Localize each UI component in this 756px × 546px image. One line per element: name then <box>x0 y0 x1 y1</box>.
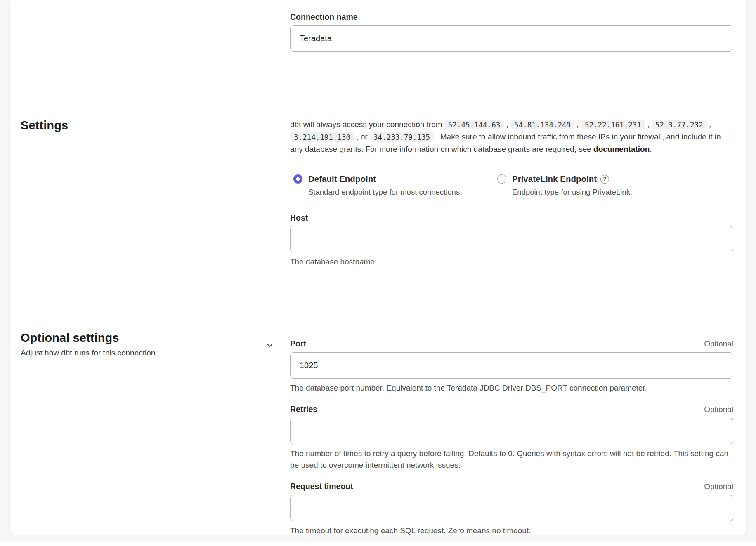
port-input[interactable] <box>290 352 733 379</box>
connection-name-label: Connection name <box>290 12 733 21</box>
ip-address-badge: 34.233.79.135 <box>370 132 434 142</box>
retries-label: Retries <box>290 405 317 414</box>
settings-heading: Settings <box>21 118 290 132</box>
chevron-down-icon <box>265 341 274 350</box>
optional-badge: Optional <box>704 339 733 348</box>
ip-address-badge: 52.3.77.232 <box>652 120 707 129</box>
connection-name-section: Connection name <box>21 0 733 84</box>
radio-unselected-icon[interactable] <box>497 174 506 184</box>
privatelink-endpoint-description: Endpoint type for using PrivateLink. <box>512 187 632 198</box>
intro-text: dbt will always access your connection f… <box>290 120 444 129</box>
host-label: Host <box>290 213 733 222</box>
retries-input[interactable] <box>290 418 733 444</box>
request-timeout-helper-text: The timeout for executing each SQL reque… <box>290 525 733 535</box>
intro-text: , <box>504 120 510 129</box>
host-field: Host The database hostname. <box>290 213 733 268</box>
port-label: Port <box>290 339 306 348</box>
port-helper-text: The database port number. Equivalent to … <box>290 382 733 394</box>
ip-address-badge: 54.81.134.249 <box>510 120 574 129</box>
optional-settings-section: Optional settings Adjust how dbt runs fo… <box>21 297 733 535</box>
page-bottom-gap <box>0 535 756 542</box>
optional-settings-subtitle: Adjust how dbt runs for this connection. <box>21 348 158 358</box>
default-endpoint-label: Default Endpoint <box>308 173 462 185</box>
request-timeout-input[interactable] <box>290 495 733 521</box>
help-icon[interactable]: ? <box>600 175 609 184</box>
optional-badge: Optional <box>704 482 733 491</box>
ip-address-badge: 3.214.191.130 <box>290 132 354 142</box>
privatelink-endpoint-option[interactable]: PrivateLink Endpoint? Endpoint type for … <box>497 173 632 198</box>
request-timeout-field: Request timeout Optional The timeout for… <box>290 482 733 535</box>
host-input[interactable] <box>290 226 733 252</box>
collapse-section-button[interactable] <box>265 341 274 350</box>
footer-top-edge <box>0 542 756 546</box>
ip-address-badge: 52.22.161.231 <box>581 120 645 129</box>
privatelink-endpoint-label: PrivateLink Endpoint? <box>512 173 632 185</box>
intro-text: , <box>707 120 711 129</box>
optional-settings-heading: Optional settings <box>21 331 158 345</box>
intro-text: , or <box>354 132 370 141</box>
settings-section: Settings dbt will always access your con… <box>21 84 733 297</box>
default-endpoint-option[interactable]: Default Endpoint Standard endpoint type … <box>293 173 497 198</box>
intro-text: . <box>650 145 652 153</box>
retries-helper-text: The number of times to retry a query bef… <box>290 448 733 471</box>
intro-text: , <box>645 120 652 129</box>
intro-text: , <box>574 120 581 129</box>
settings-intro-text: dbt will always access your connection f… <box>290 118 733 155</box>
host-helper-text: The database hostname. <box>290 256 733 268</box>
settings-card: Connection name Settings dbt will always… <box>10 0 746 535</box>
documentation-link[interactable]: documentation <box>593 145 650 153</box>
port-field: Port Optional The database port number. … <box>290 339 733 394</box>
connection-settings-page: Connection name Settings dbt will always… <box>0 0 756 546</box>
connection-name-left-spacer <box>21 12 290 52</box>
request-timeout-label: Request timeout <box>290 482 353 491</box>
radio-selected-icon[interactable] <box>293 174 302 184</box>
default-endpoint-description: Standard endpoint type for most connecti… <box>308 187 462 198</box>
endpoint-radio-group: Default Endpoint Standard endpoint type … <box>290 173 733 198</box>
connection-name-input[interactable] <box>290 25 733 52</box>
optional-badge: Optional <box>704 405 733 414</box>
retries-field: Retries Optional The number of times to … <box>290 405 733 471</box>
ip-address-badge: 52.45.144.63 <box>444 120 504 129</box>
